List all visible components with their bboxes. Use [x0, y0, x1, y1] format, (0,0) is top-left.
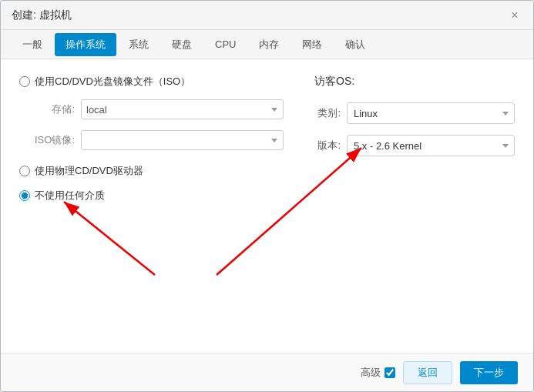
radio-physical[interactable]: 使用物理CD/DVD驱动器	[19, 164, 284, 178]
radio-physical-label: 使用物理CD/DVD驱动器	[35, 164, 143, 178]
tab-disk[interactable]: 硬盘	[161, 33, 203, 56]
category-label: 类别:	[314, 106, 341, 120]
back-button[interactable]: 返回	[403, 361, 452, 384]
storage-select[interactable]: local	[81, 99, 284, 119]
content-area: 使用CD/DVD光盘镜像文件（ISO） 存储: local ISO镜像:	[1, 59, 533, 353]
guest-os-title: 访客OS:	[314, 75, 515, 89]
version-label: 版本:	[314, 139, 341, 152]
left-panel: 使用CD/DVD光盘镜像文件（ISO） 存储: local ISO镜像:	[19, 75, 284, 337]
titlebar: 创建: 虚拟机 ×	[1, 1, 533, 30]
tab-memory[interactable]: 内存	[248, 33, 290, 56]
storage-label: 存储:	[35, 102, 75, 116]
radio-none-input[interactable]	[19, 190, 30, 201]
radio-none[interactable]: 不使用任何介质	[19, 189, 284, 203]
tab-confirm[interactable]: 确认	[334, 33, 376, 56]
tab-cpu[interactable]: CPU	[204, 34, 247, 55]
advanced-label: 高级	[361, 366, 381, 380]
radio-iso-label: 使用CD/DVD光盘镜像文件（ISO）	[35, 75, 190, 89]
advanced-group: 高级	[361, 366, 395, 380]
radio-iso[interactable]: 使用CD/DVD光盘镜像文件（ISO）	[19, 75, 284, 89]
next-button[interactable]: 下一步	[460, 361, 518, 384]
close-button[interactable]: ×	[507, 8, 522, 23]
radio-none-label: 不使用任何介质	[35, 189, 105, 203]
advanced-checkbox[interactable]	[385, 367, 395, 378]
radio-physical-input[interactable]	[19, 166, 30, 176]
tab-network[interactable]: 网络	[291, 33, 333, 56]
iso-row: ISO镜像:	[35, 130, 284, 150]
right-panel: 访客OS: 类别: Linux Windows Other 版本: 5.x - …	[314, 75, 515, 337]
create-vm-dialog: 创建: 虚拟机 × 一般 操作系统 系统 硬盘 CPU 内存 网络 确认 使用C…	[0, 0, 534, 392]
tabs-bar: 一般 操作系统 系统 硬盘 CPU 内存 网络 确认	[1, 30, 533, 59]
close-icon: ×	[511, 8, 518, 22]
iso-select[interactable]	[81, 130, 284, 150]
tab-system[interactable]: 系统	[118, 33, 160, 56]
storage-row: 存储: local	[35, 99, 284, 119]
tab-os[interactable]: 操作系统	[55, 33, 116, 56]
footer: 高级 返回 下一步	[1, 353, 533, 391]
media-options: 使用CD/DVD光盘镜像文件（ISO） 存储: local ISO镜像:	[19, 75, 284, 203]
version-select[interactable]: 5.x - 2.6 Kernel 4.x Other	[347, 135, 515, 156]
version-row: 版本: 5.x - 2.6 Kernel 4.x Other	[314, 135, 515, 156]
category-select[interactable]: Linux Windows Other	[347, 102, 515, 124]
dialog-title: 创建: 虚拟机	[12, 8, 72, 22]
radio-iso-input[interactable]	[19, 76, 30, 87]
iso-label: ISO镜像:	[35, 133, 75, 147]
category-row: 类别: Linux Windows Other	[314, 102, 515, 124]
tab-general[interactable]: 一般	[12, 33, 53, 56]
